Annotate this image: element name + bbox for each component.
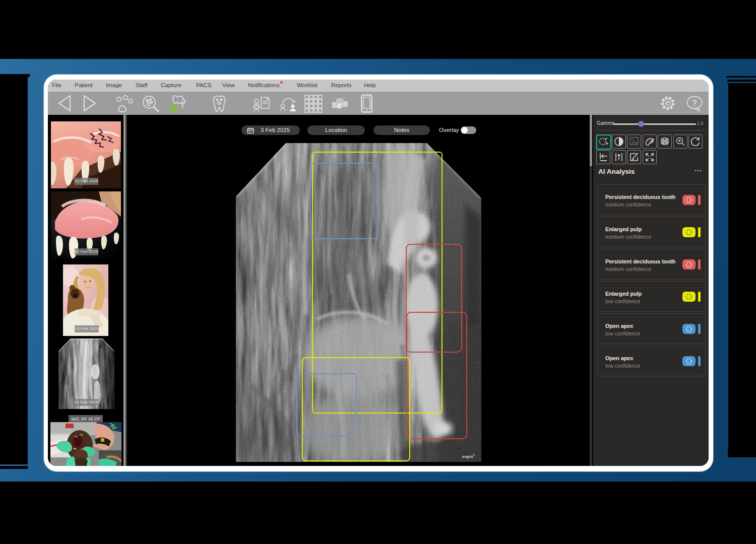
svg-text:?: ? xyxy=(692,98,697,108)
